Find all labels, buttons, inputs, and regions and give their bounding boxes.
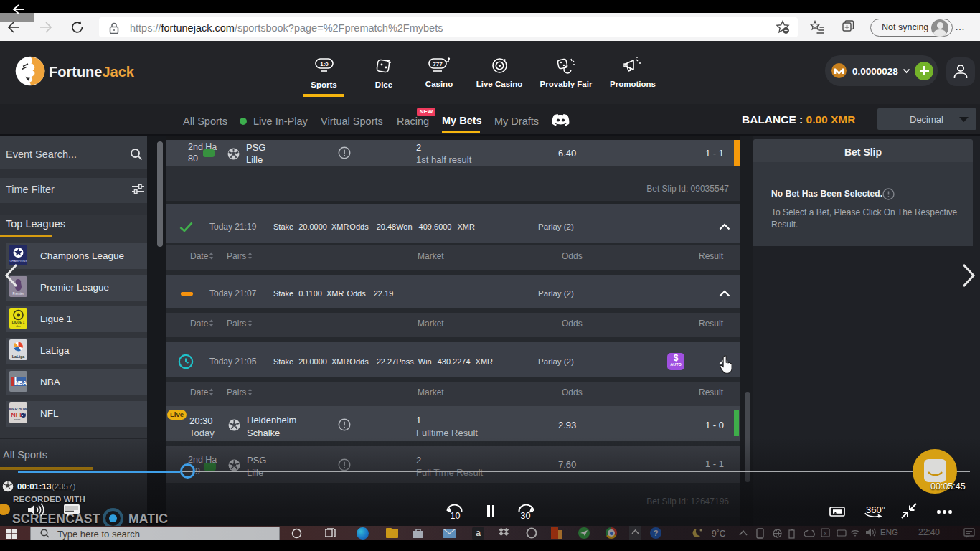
svg-text:Premier: Premier — [13, 292, 24, 296]
svg-text:uber: uber — [16, 325, 22, 328]
svg-text:10: 10 — [451, 511, 461, 520]
svg-text:LaLiga: LaLiga — [12, 354, 26, 359]
svg-text:*****: ***** — [14, 419, 21, 423]
svg-text:LIGUE 1: LIGUE 1 — [12, 321, 25, 324]
svg-text:NBA: NBA — [15, 380, 27, 386]
svg-text:777: 777 — [433, 61, 443, 67]
svg-text:30: 30 — [521, 511, 531, 520]
svg-text:1:0: 1:0 — [320, 61, 329, 67]
